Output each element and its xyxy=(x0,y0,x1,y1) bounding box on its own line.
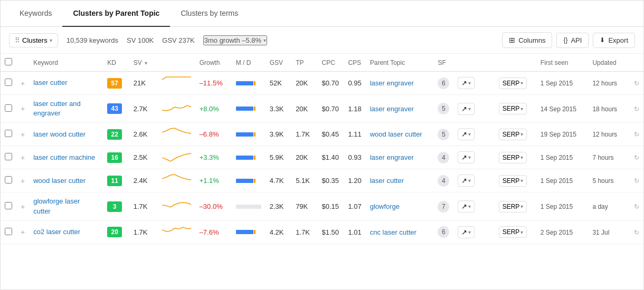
sparkline-3 xyxy=(158,146,195,169)
kd-badge-5: 3 xyxy=(107,201,122,212)
firstseen-value-0: 1 Sep 2015 xyxy=(541,80,573,87)
serp-button-5[interactable]: SERP▾ xyxy=(499,201,527,212)
add-row-button-5[interactable]: + xyxy=(21,202,25,211)
th-cps: CPS xyxy=(344,54,365,72)
table-row: + laser cutter and engraver 43 2.7K +8.0… xyxy=(1,95,643,123)
refresh-icon-5[interactable]: ↻ xyxy=(634,203,639,210)
keyword-link-5[interactable]: glowforge laser cutter xyxy=(33,197,80,215)
parent-link-2[interactable]: wood laser cutter xyxy=(370,130,422,138)
growth-button[interactable]: 3mo growth –5.8% ▾ xyxy=(203,35,267,45)
clusters-chevron-icon: ▾ xyxy=(50,37,52,43)
table-row: + laser cutter 57 21K –11.5% 52K 20K $0.… xyxy=(1,72,643,95)
parent-link-4[interactable]: laser cutter xyxy=(370,177,404,185)
keyword-link-1[interactable]: laser cutter and engraver xyxy=(33,100,81,117)
table-row: + laser cutter machine 16 2.5K +3.3% 5.9… xyxy=(1,146,643,169)
serp-button-1[interactable]: SERP▾ xyxy=(499,103,527,114)
kd-badge-0: 57 xyxy=(107,78,122,89)
gsv-value-1: 3.3K xyxy=(270,105,284,113)
th-kd: KD xyxy=(103,54,129,72)
sparkline-4 xyxy=(158,169,195,192)
refresh-icon-3[interactable]: ↻ xyxy=(634,154,639,161)
refresh-icon-4[interactable]: ↻ xyxy=(634,177,639,185)
serp-chevron-2: ▾ xyxy=(520,131,523,137)
row-checkbox-5[interactable] xyxy=(5,202,12,209)
trend-button-1[interactable]: ↗▾ xyxy=(458,103,475,115)
clusters-button[interactable]: ⠿ Clusters ▾ xyxy=(9,33,58,47)
add-row-button-4[interactable]: + xyxy=(21,177,25,185)
trend-chevron-1: ▾ xyxy=(468,106,471,112)
parent-link-3[interactable]: laser engraver xyxy=(370,153,414,161)
md-bar-1 xyxy=(232,95,266,123)
parent-link-6[interactable]: cnc laser cutter xyxy=(370,228,416,236)
add-row-button-2[interactable]: + xyxy=(21,130,25,139)
row-checkbox-6[interactable] xyxy=(5,228,12,235)
serp-button-2[interactable]: SERP▾ xyxy=(499,129,527,140)
serp-button-3[interactable]: SERP▾ xyxy=(499,152,527,163)
export-button[interactable]: ⬇ Export xyxy=(593,33,635,48)
serp-button-4[interactable]: SERP▾ xyxy=(499,175,527,187)
sv-value-2: 2.6K xyxy=(134,130,148,138)
keyword-link-0[interactable]: laser cutter xyxy=(33,79,67,86)
sparkline-1 xyxy=(158,95,195,123)
row-checkbox-2[interactable] xyxy=(5,130,12,137)
toolbar: ⠿ Clusters ▾ 10,539 keywords SV 100K GSV… xyxy=(1,27,643,54)
clusters-dots-icon: ⠿ xyxy=(15,36,20,44)
clusters-label: Clusters xyxy=(22,36,48,44)
trend-chevron-4: ▾ xyxy=(468,178,471,183)
tp-value-4: 5.1K xyxy=(296,177,310,185)
row-checkbox-0[interactable] xyxy=(5,79,12,86)
sparkline-5 xyxy=(158,192,195,220)
updated-value-6: 31 Jul xyxy=(592,229,609,236)
trend-chevron-3: ▾ xyxy=(468,154,471,160)
refresh-icon-1[interactable]: ↻ xyxy=(634,105,639,113)
trend-chevron-0: ▾ xyxy=(468,80,471,86)
serp-button-0[interactable]: SERP▾ xyxy=(499,78,527,89)
parent-link-1[interactable]: laser engraver xyxy=(370,105,414,113)
tp-value-6: 1.7K xyxy=(296,228,310,236)
trend-button-0[interactable]: ↗▾ xyxy=(458,77,475,89)
trend-button-6[interactable]: ↗▾ xyxy=(458,226,475,238)
cps-value-6: 1.01 xyxy=(348,228,361,236)
trend-button-2[interactable]: ↗▾ xyxy=(458,128,475,140)
refresh-icon-6[interactable]: ↻ xyxy=(634,229,639,236)
tab-bar: Keywords Clusters by Parent Topic Cluste… xyxy=(1,1,643,27)
row-checkbox-4[interactable] xyxy=(5,176,12,183)
keyword-link-4[interactable]: wood laser cutter xyxy=(33,177,86,185)
firstseen-value-4: 1 Sep 2015 xyxy=(541,177,573,185)
growth-value-4: +1.1% xyxy=(200,177,219,185)
th-firstseen: First seen xyxy=(536,54,589,72)
table-wrapper: Keyword KD SV ▾ Growth M / D GSV TP CPC … xyxy=(1,54,643,290)
serp-chevron-3: ▾ xyxy=(520,154,523,160)
keyword-link-2[interactable]: laser wood cutter xyxy=(33,130,86,138)
sf-badge-3: 4 xyxy=(438,152,449,163)
add-row-button-6[interactable]: + xyxy=(21,228,25,236)
export-icon: ⬇ xyxy=(600,36,605,44)
serp-button-6[interactable]: SERP▾ xyxy=(499,226,527,238)
add-row-button-3[interactable]: + xyxy=(21,153,25,162)
th-sv[interactable]: SV ▾ xyxy=(129,54,158,72)
api-button[interactable]: {} API xyxy=(556,33,589,48)
tab-keywords[interactable]: Keywords xyxy=(9,1,62,27)
row-checkbox-3[interactable] xyxy=(5,153,12,160)
parent-link-0[interactable]: laser engraver xyxy=(370,79,414,87)
md-bar-4 xyxy=(232,169,266,192)
refresh-icon-2[interactable]: ↻ xyxy=(634,131,639,138)
growth-chevron-icon: ▾ xyxy=(263,37,266,43)
refresh-icon-0[interactable]: ↻ xyxy=(634,80,639,87)
keyword-link-6[interactable]: co2 laser cutter xyxy=(33,228,80,236)
table-row: + laser wood cutter 22 2.6K –6.8% 3.9K 1… xyxy=(1,123,643,146)
tab-clusters-terms[interactable]: Clusters by terms xyxy=(170,1,249,27)
row-checkbox-1[interactable] xyxy=(5,104,12,112)
th-parent: Parent Topic xyxy=(366,54,434,72)
tab-clusters-parent[interactable]: Clusters by Parent Topic xyxy=(62,1,170,27)
firstseen-value-3: 1 Sep 2015 xyxy=(541,154,573,161)
columns-button[interactable]: ⊞ Columns xyxy=(502,32,552,48)
select-all-checkbox[interactable] xyxy=(5,58,12,65)
parent-link-5[interactable]: glowforge xyxy=(370,202,400,210)
add-row-button-0[interactable]: + xyxy=(21,79,25,88)
keyword-link-3[interactable]: laser cutter machine xyxy=(33,153,95,161)
add-row-button-1[interactable]: + xyxy=(21,104,25,113)
trend-button-5[interactable]: ↗▾ xyxy=(458,200,475,212)
trend-button-4[interactable]: ↗▾ xyxy=(458,175,475,187)
trend-button-3[interactable]: ↗▾ xyxy=(458,151,475,163)
